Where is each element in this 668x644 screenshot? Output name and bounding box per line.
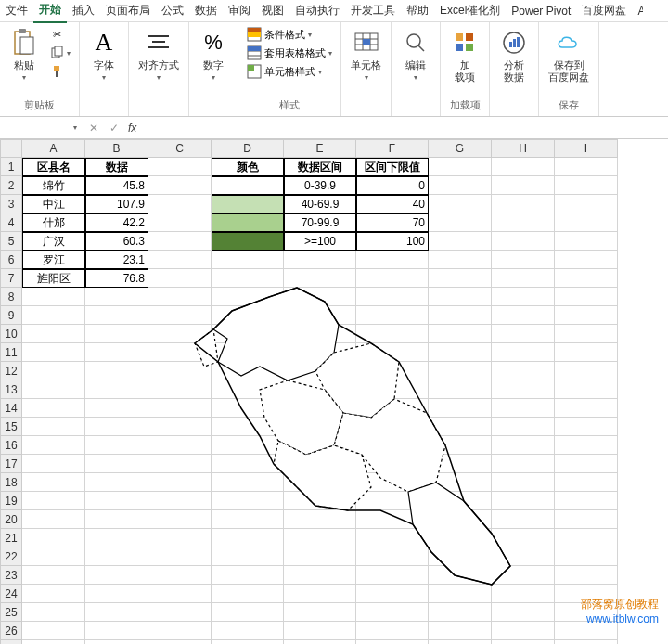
- cell[interactable]: [429, 640, 492, 644]
- tab-file[interactable]: 文件: [0, 0, 33, 22]
- cell[interactable]: [148, 176, 212, 195]
- cell[interactable]: 40-69.9: [284, 195, 356, 213]
- row-header[interactable]: 7: [0, 269, 22, 288]
- cell[interactable]: [22, 418, 85, 436]
- tab-developer[interactable]: 开发工具: [345, 0, 401, 22]
- cell[interactable]: [22, 585, 85, 603]
- cell[interactable]: [22, 399, 85, 418]
- cell[interactable]: [85, 585, 148, 603]
- row-header[interactable]: 1: [0, 158, 22, 176]
- row-header[interactable]: 5: [0, 232, 22, 251]
- align-button[interactable]: 对齐方式 ▾: [135, 26, 183, 84]
- col-header[interactable]: G: [429, 139, 492, 158]
- col-header[interactable]: F: [356, 139, 429, 158]
- cell[interactable]: [148, 213, 212, 232]
- cell[interactable]: [22, 455, 85, 473]
- cell[interactable]: [492, 213, 555, 232]
- cell[interactable]: [22, 529, 85, 547]
- row-header[interactable]: 17: [0, 455, 22, 473]
- formula-input[interactable]: [140, 120, 668, 136]
- cell[interactable]: [555, 566, 618, 585]
- cell[interactable]: 70-99.9: [284, 213, 356, 232]
- cell[interactable]: [85, 418, 148, 436]
- cell[interactable]: 100: [356, 232, 429, 251]
- cell[interactable]: [22, 492, 85, 510]
- cell[interactable]: [429, 158, 492, 176]
- cell[interactable]: [85, 547, 148, 566]
- cell[interactable]: [555, 176, 618, 195]
- cell[interactable]: [555, 529, 618, 547]
- row-header[interactable]: 14: [0, 399, 22, 418]
- tab-pagelayout[interactable]: 页面布局: [100, 0, 156, 22]
- tab-baidu[interactable]: 百度网盘: [576, 0, 632, 22]
- cell[interactable]: 60.3: [85, 232, 148, 251]
- cell[interactable]: [85, 473, 148, 492]
- cell[interactable]: [22, 380, 85, 399]
- cells-button[interactable]: 单元格 ▾: [347, 26, 385, 84]
- cell[interactable]: [212, 232, 284, 251]
- row-header[interactable]: 24: [0, 585, 22, 603]
- row-header[interactable]: 21: [0, 529, 22, 547]
- row-header[interactable]: 25: [0, 603, 22, 622]
- row-header[interactable]: 13: [0, 380, 22, 399]
- cell[interactable]: [492, 176, 555, 195]
- cell[interactable]: [22, 325, 85, 343]
- row-header[interactable]: 8: [0, 288, 22, 306]
- cell[interactable]: [85, 362, 148, 380]
- row-header[interactable]: 6: [0, 251, 22, 269]
- cell[interactable]: [356, 251, 429, 269]
- cell[interactable]: [555, 473, 618, 492]
- cell[interactable]: [22, 473, 85, 492]
- cell[interactable]: 区县名: [22, 158, 85, 176]
- cell[interactable]: 45.8: [85, 176, 148, 195]
- cell[interactable]: >=100: [284, 232, 356, 251]
- cut-button[interactable]: ✂: [46, 26, 73, 43]
- cell[interactable]: [22, 547, 85, 566]
- cell[interactable]: [212, 195, 284, 213]
- cell[interactable]: [22, 362, 85, 380]
- row-header[interactable]: 4: [0, 213, 22, 232]
- copy-button[interactable]: ▾: [46, 45, 73, 61]
- cell[interactable]: [148, 232, 212, 251]
- col-header[interactable]: I: [555, 139, 618, 158]
- cell[interactable]: [284, 622, 356, 640]
- enter-fx-button[interactable]: ✓: [104, 122, 124, 135]
- cell[interactable]: 70: [356, 213, 429, 232]
- format-painter-button[interactable]: [46, 63, 73, 80]
- cell[interactable]: 罗江: [22, 251, 85, 269]
- baidu-save-button[interactable]: 保存到 百度网盘: [545, 26, 593, 85]
- cell[interactable]: [22, 603, 85, 622]
- col-header[interactable]: A: [22, 139, 85, 158]
- tab-home[interactable]: 开始: [33, 0, 67, 23]
- row-header[interactable]: 22: [0, 547, 22, 566]
- cell[interactable]: [22, 436, 85, 455]
- cell[interactable]: [22, 288, 85, 306]
- font-button[interactable]: A 字体 ▾: [85, 26, 122, 84]
- cell[interactable]: [492, 603, 555, 622]
- tab-data[interactable]: 数据: [189, 0, 223, 22]
- cell[interactable]: [429, 622, 492, 640]
- cell[interactable]: [555, 343, 618, 362]
- cell[interactable]: [555, 288, 618, 306]
- cell[interactable]: [492, 640, 555, 644]
- cell[interactable]: [212, 640, 284, 644]
- row-header[interactable]: 9: [0, 306, 22, 325]
- cell[interactable]: [555, 436, 618, 455]
- cell[interactable]: 旌阳区: [22, 269, 85, 288]
- cell[interactable]: [85, 399, 148, 418]
- cell[interactable]: [22, 306, 85, 325]
- cell[interactable]: [429, 251, 492, 269]
- tab-review[interactable]: 审阅: [223, 0, 256, 22]
- number-button[interactable]: % 数字 ▾: [195, 26, 232, 84]
- row-header[interactable]: 2: [0, 176, 22, 195]
- cell[interactable]: 107.9: [85, 195, 148, 213]
- cell[interactable]: [85, 325, 148, 343]
- cell[interactable]: [85, 380, 148, 399]
- cell[interactable]: [555, 492, 618, 510]
- cancel-fx-button[interactable]: ✕: [84, 122, 104, 135]
- cell[interactable]: [85, 529, 148, 547]
- tab-automate[interactable]: 自动执行: [289, 0, 345, 22]
- cell[interactable]: 区间下限值: [356, 158, 429, 176]
- cell[interactable]: [85, 603, 148, 622]
- cell[interactable]: 中江: [22, 195, 85, 213]
